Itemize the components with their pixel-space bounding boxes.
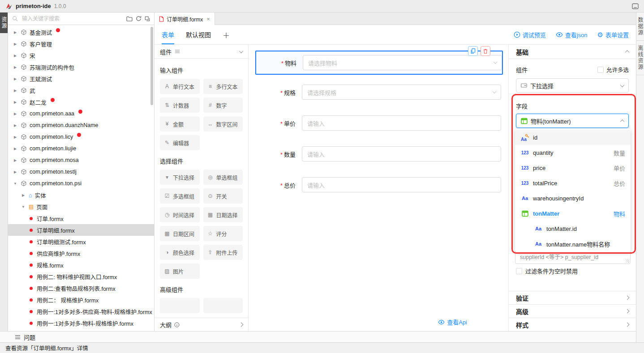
expand-arrow-icon[interactable]: ▶ — [13, 42, 18, 46]
form-canvas[interactable]: *物料 请选择物料 *规格 请选择规格 *单价 请输入 *数量 请输入 — [249, 45, 508, 331]
filter-disable-checkbox[interactable]: 过滤条件为空时禁用 — [516, 267, 578, 275]
component-item[interactable]: A 单行文本 — [160, 79, 200, 94]
debug-preview-button[interactable]: 调试预览 — [514, 30, 546, 39]
palette-header[interactable]: 组件 — [155, 45, 248, 59]
form-settings-button[interactable]: ⚙ 表单设置 — [597, 30, 629, 39]
component-item[interactable]: ¥ 金额 — [160, 116, 200, 132]
tree-item[interactable]: 订单明细测试.formx — [8, 236, 154, 247]
window-panel-icon[interactable] — [632, 3, 639, 9]
tree-item[interactable]: ▶ ⌂ 实体 — [8, 189, 154, 201]
field-control[interactable]: 请输入 — [302, 146, 501, 162]
tree-item[interactable]: 用例一:1对多对多-供应商-物料-规格维护.formx — [8, 306, 154, 317]
checkbox-icon[interactable] — [516, 268, 522, 274]
tree-item[interactable]: ▶ com.primeton.licy — [8, 131, 154, 143]
field-option[interactable]: Aa tonMatter.id — [515, 221, 631, 236]
tree-item[interactable]: ▶ com.primeton.duanzhName — [8, 119, 154, 131]
form-field-row[interactable]: *总价 请输入 — [255, 177, 503, 192]
component-item[interactable]: ▦ 日期区间 — [160, 226, 200, 241]
expand-arrow-icon[interactable]: ▼ — [13, 182, 18, 186]
expand-arrow-icon[interactable]: ▶ — [13, 135, 18, 139]
component-item[interactable]: ▾ 下拉选择 — [160, 170, 200, 185]
expand-arrow-icon[interactable]: ▶ — [13, 54, 18, 58]
form-field-row[interactable]: *数量 请输入 — [255, 146, 503, 162]
outline-bar[interactable]: 大纲 — [155, 318, 248, 331]
expand-arrow-icon[interactable]: ▶ — [13, 100, 18, 104]
tree-item[interactable]: ▶ 宋 — [8, 50, 154, 61]
add-view-button[interactable]: ＋ — [223, 30, 230, 40]
view-tab-default[interactable]: 默认视图 — [186, 25, 211, 44]
tree-item[interactable]: ▶ 王斌测试 — [8, 73, 154, 85]
props-section-验证[interactable]: 验证 — [509, 291, 636, 304]
expand-arrow-icon[interactable]: ▶ — [21, 193, 26, 197]
tree-item[interactable]: 供应商维护.formx — [8, 247, 154, 259]
view-tab-form[interactable]: 表单 — [162, 25, 174, 44]
folder-icon[interactable] — [126, 16, 133, 21]
chevron-right-icon[interactable] — [239, 323, 244, 327]
tree-item[interactable]: 订单.formx — [8, 213, 154, 224]
expand-arrow-icon[interactable]: ▶ — [13, 112, 18, 116]
field-option[interactable]: Aa id — [515, 130, 631, 145]
tree-item[interactable]: 用例二: 物料维护视图入口.formx — [8, 271, 154, 282]
expand-arrow-icon[interactable]: ▶ — [13, 89, 18, 93]
tree-item[interactable]: ▶ 武 — [8, 85, 154, 96]
refresh-icon[interactable] — [136, 16, 142, 21]
tree-item[interactable]: ▶ 赵二龙 — [8, 96, 154, 108]
component-item[interactable]: ≡ 多行文本 — [203, 79, 243, 94]
component-item[interactable]: ✎ 编辑器 — [160, 135, 200, 150]
collapse-all-icon[interactable] — [145, 16, 150, 21]
editor-tab[interactable]: 订单明细.formx × — [155, 13, 215, 25]
tree-item[interactable]: 用例二:查看物品规格列表.formx — [8, 282, 154, 294]
component-item[interactable]: ◎ 单选框组 — [203, 170, 243, 185]
expand-arrow-icon[interactable]: ▶ — [13, 65, 18, 69]
expand-arrow-icon[interactable]: ▶ — [13, 170, 18, 174]
tree-item[interactable]: 用例二： 规格维护.formx — [8, 294, 154, 306]
tree-item[interactable]: ▶ com.primeton.liujie — [8, 143, 154, 154]
selected-field-wrapper[interactable]: *物料 请选择物料 — [255, 51, 503, 75]
field-option[interactable]: Aa warehousingentryId — [515, 191, 631, 206]
component-item[interactable]: ⇧ 附件上传 — [203, 245, 243, 260]
expand-arrow-icon[interactable]: ▼ — [21, 205, 26, 209]
props-section-高级[interactable]: 高级 — [509, 304, 636, 318]
expand-arrow-icon[interactable]: ▶ — [13, 30, 18, 34]
component-item[interactable]: ⇅ 计数器 — [160, 98, 200, 113]
tree-item[interactable]: 规格.formx — [8, 259, 154, 271]
component-type-select[interactable]: 下拉选择 — [516, 78, 629, 93]
problems-bar[interactable]: 问题 — [0, 331, 636, 342]
search-input[interactable] — [21, 15, 123, 22]
allow-multiple-checkbox[interactable]: 允许多选 — [597, 65, 629, 74]
field-option[interactable]: 123 totalPrice 总价 — [515, 175, 631, 191]
component-item[interactable]: ⊙ 开关 — [203, 188, 243, 204]
rail-tab-1[interactable]: 离线资源 — [636, 41, 644, 75]
field-control[interactable]: 请选择物料 — [303, 55, 502, 70]
form-field-row[interactable]: *单价 请输入 — [255, 115, 503, 131]
copy-field-button[interactable] — [468, 46, 478, 56]
component-item[interactable]: ☑ 多选框组 — [160, 188, 200, 204]
field-control[interactable]: 请输入 — [302, 115, 501, 131]
field-control[interactable]: 请选择规格 — [302, 85, 501, 100]
field-option[interactable]: 123 quantity 数量 — [515, 145, 631, 160]
tree-item[interactable]: 订单明细.formx — [8, 224, 154, 236]
tree-item[interactable]: ▶ com.primeton.testlj — [8, 166, 154, 178]
sidebar-scrollbar[interactable] — [150, 27, 153, 105]
component-item[interactable]: ◷ 时间选择 — [160, 207, 200, 222]
view-json-button[interactable]: 查看json — [556, 30, 588, 39]
component-item[interactable] — [203, 298, 243, 313]
rail-tab-resources[interactable]: 资源 — [0, 13, 8, 33]
view-api-link[interactable]: 查看Api — [438, 318, 467, 326]
component-item[interactable]: ◑ 颜色选择 — [160, 245, 200, 260]
tree-item[interactable]: ▼ ▤ 页面 — [8, 201, 154, 213]
props-section-样式[interactable]: 样式 — [509, 318, 636, 331]
expand-arrow-icon[interactable]: ▶ — [13, 158, 18, 162]
rail-tab-0[interactable]: 数据源 — [636, 13, 644, 41]
tree-item[interactable]: ▶ 客户管理 — [8, 38, 154, 50]
expand-arrow-icon[interactable]: ▶ — [13, 123, 18, 128]
component-item[interactable]: ▨ 图片 — [160, 264, 200, 279]
close-tab-icon[interactable]: × — [206, 16, 210, 22]
field-option[interactable]: Aa tonMatter.name物料名称 — [515, 236, 631, 251]
component-item[interactable] — [160, 298, 200, 313]
expand-arrow-icon[interactable]: ▶ — [13, 77, 18, 81]
form-field-row[interactable]: *物料 请选择物料 — [256, 55, 502, 70]
field-option[interactable]: 123 price 单价 — [515, 160, 631, 175]
component-item[interactable]: ▦ 日期选择 — [203, 207, 243, 222]
tree-item[interactable]: ▶ 苏瑞测试的构件包 — [8, 61, 154, 73]
